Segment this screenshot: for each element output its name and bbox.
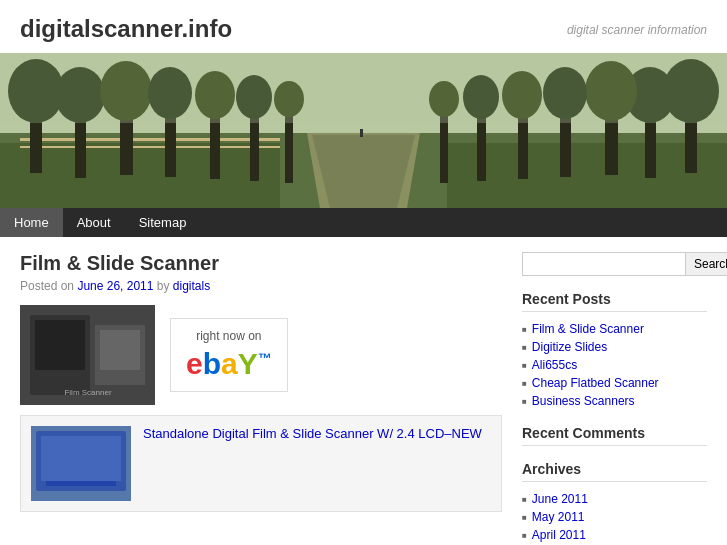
svg-rect-47 bbox=[46, 481, 116, 486]
svg-rect-36 bbox=[360, 129, 363, 137]
svg-marker-3 bbox=[312, 135, 415, 208]
recent-post-link-5[interactable]: Business Scanners bbox=[532, 394, 635, 408]
post-author[interactable]: digitals bbox=[173, 279, 210, 293]
recent-post-link-2[interactable]: Digitize Slides bbox=[532, 340, 607, 354]
list-item: June 2011 bbox=[522, 490, 707, 508]
svg-rect-7 bbox=[20, 146, 280, 148]
second-thumb-svg bbox=[31, 426, 131, 501]
hero-svg bbox=[0, 53, 727, 208]
list-item: Digitize Slides bbox=[522, 338, 707, 356]
svg-rect-6 bbox=[20, 138, 280, 141]
list-item: May 2011 bbox=[522, 508, 707, 526]
recent-posts-list: Film & Slide Scanner Digitize Slides Ali… bbox=[522, 320, 707, 410]
search-button[interactable]: Search bbox=[686, 252, 727, 276]
nav-item-about[interactable]: About bbox=[63, 208, 125, 237]
svg-rect-46 bbox=[41, 436, 121, 481]
second-post-link[interactable]: Standalone Digital Film & Slide Scanner … bbox=[143, 426, 482, 441]
thumb-svg: Film Scanner bbox=[20, 305, 155, 405]
second-post-thumb bbox=[31, 426, 131, 501]
recent-posts-widget: Recent Posts Film & Slide Scanner Digiti… bbox=[522, 291, 707, 410]
site-header: digitalscanner.info digital scanner info… bbox=[0, 0, 727, 53]
list-item: April 2011 bbox=[522, 526, 707, 544]
site-tagline: digital scanner information bbox=[567, 23, 707, 37]
second-post-title: Standalone Digital Film & Slide Scanner … bbox=[143, 426, 482, 501]
recent-post-link-3[interactable]: Ali655cs bbox=[532, 358, 577, 372]
recent-comments-widget: Recent Comments bbox=[522, 425, 707, 446]
ebay-logo: ebaY™ bbox=[186, 347, 272, 381]
list-item: Ali655cs bbox=[522, 356, 707, 374]
search-box: Search bbox=[522, 252, 707, 276]
search-input[interactable] bbox=[522, 252, 686, 276]
archives-widget: Archives June 2011 May 2011 April 2011 M… bbox=[522, 461, 707, 545]
archives-list: June 2011 May 2011 April 2011 March 2011… bbox=[522, 490, 707, 545]
post-meta: Posted on June 26, 2011 by digitals bbox=[20, 279, 502, 293]
post-images: Film Scanner right now on ebaY™ bbox=[20, 305, 502, 405]
main-content: Film & Slide Scanner Posted on June 26, … bbox=[20, 252, 502, 545]
archives-title: Archives bbox=[522, 461, 707, 482]
second-thumb-img bbox=[31, 426, 131, 501]
ebay-widget[interactable]: right now on ebaY™ bbox=[170, 318, 288, 392]
list-item: Film & Slide Scanner bbox=[522, 320, 707, 338]
main-nav: Home About Sitemap bbox=[0, 208, 727, 237]
svg-rect-37 bbox=[0, 53, 727, 123]
archive-link-2[interactable]: May 2011 bbox=[532, 510, 585, 524]
post-thumbnail: Film Scanner bbox=[20, 305, 155, 405]
svg-rect-40 bbox=[35, 320, 85, 370]
archive-link-3[interactable]: April 2011 bbox=[532, 528, 586, 542]
svg-text:Film Scanner: Film Scanner bbox=[64, 388, 111, 397]
post-title: Film & Slide Scanner bbox=[20, 252, 502, 275]
nav-item-home[interactable]: Home bbox=[0, 208, 63, 237]
recent-post-link-4[interactable]: Cheap Flatbed Scanner bbox=[532, 376, 659, 390]
site-title[interactable]: digitalscanner.info bbox=[20, 15, 232, 42]
recent-comments-title: Recent Comments bbox=[522, 425, 707, 446]
second-post: Standalone Digital Film & Slide Scanner … bbox=[20, 415, 502, 512]
list-item: Cheap Flatbed Scanner bbox=[522, 374, 707, 392]
hero-image bbox=[0, 53, 727, 208]
svg-rect-42 bbox=[100, 330, 140, 370]
recent-post-link-1[interactable]: Film & Slide Scanner bbox=[532, 322, 644, 336]
post-date[interactable]: June 26, 2011 bbox=[77, 279, 153, 293]
nav-item-sitemap[interactable]: Sitemap bbox=[125, 208, 201, 237]
list-item: Business Scanners bbox=[522, 392, 707, 410]
recent-posts-title: Recent Posts bbox=[522, 291, 707, 312]
sidebar: Search Recent Posts Film & Slide Scanner… bbox=[522, 252, 707, 545]
thumb-image: Film Scanner bbox=[20, 305, 155, 405]
ebay-label: right now on bbox=[186, 329, 272, 343]
archive-link-1[interactable]: June 2011 bbox=[532, 492, 588, 506]
